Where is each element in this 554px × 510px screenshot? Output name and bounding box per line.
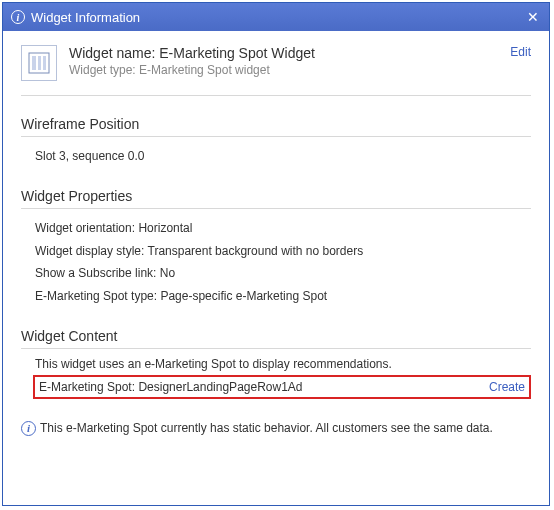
create-link[interactable]: Create <box>489 380 525 394</box>
widget-header: Widget name: E-Marketing Spot Widget Wid… <box>21 45 531 96</box>
widget-name-value: E-Marketing Spot Widget <box>159 45 315 61</box>
widget-type: Widget type: E-Marketing Spot widget <box>69 63 510 77</box>
spot-text: E-Marketing Spot: DesignerLandingPageRow… <box>39 380 489 394</box>
widget-name-label: Widget name: <box>69 45 155 61</box>
svg-rect-2 <box>38 56 41 70</box>
dialog-titlebar: i Widget Information ✕ <box>3 3 549 31</box>
section-wireframe: Wireframe Position Slot 3, sequence 0.0 <box>21 116 531 168</box>
section-content-title: Widget Content <box>21 328 531 349</box>
widget-info-dialog: i Widget Information ✕ Widget name: E-Ma… <box>2 2 550 506</box>
section-properties-body: Widget orientation: Horizontal Widget di… <box>21 217 531 308</box>
widget-icon <box>21 45 57 81</box>
prop-orientation: Widget orientation: Horizontal <box>35 217 531 240</box>
section-content: Widget Content This widget uses an e-Mar… <box>21 328 531 399</box>
section-wireframe-body: Slot 3, sequence 0.0 <box>21 145 531 168</box>
footer-note: i This e-Marketing Spot currently has st… <box>21 421 531 436</box>
info-icon: i <box>21 421 36 436</box>
close-icon[interactable]: ✕ <box>525 9 541 25</box>
widget-header-text: Widget name: E-Marketing Spot Widget Wid… <box>69 45 510 77</box>
prop-spot-type: E-Marketing Spot type: Page-specific e-M… <box>35 285 531 308</box>
emarketing-spot-row: E-Marketing Spot: DesignerLandingPageRow… <box>33 375 531 399</box>
edit-link[interactable]: Edit <box>510 45 531 59</box>
section-properties: Widget Properties Widget orientation: Ho… <box>21 188 531 308</box>
svg-rect-1 <box>32 56 36 70</box>
dialog-title: Widget Information <box>31 10 525 25</box>
spot-value: DesignerLandingPageRow1Ad <box>138 380 302 394</box>
dialog-content: Widget name: E-Marketing Spot Widget Wid… <box>3 31 549 505</box>
wireframe-slot: Slot 3, sequence 0.0 <box>35 145 531 168</box>
prop-display-style: Widget display style: Transparent backgr… <box>35 240 531 263</box>
content-desc: This widget uses an e-Marketing Spot to … <box>21 357 531 371</box>
spot-label: E-Marketing Spot: <box>39 380 135 394</box>
widget-type-label: Widget type: <box>69 63 136 77</box>
widget-type-value: E-Marketing Spot widget <box>139 63 270 77</box>
footer-note-text: This e-Marketing Spot currently has stat… <box>40 421 493 435</box>
section-wireframe-title: Wireframe Position <box>21 116 531 137</box>
svg-rect-3 <box>43 56 46 70</box>
widget-name: Widget name: E-Marketing Spot Widget <box>69 45 510 61</box>
prop-subscribe-link: Show a Subscribe link: No <box>35 262 531 285</box>
info-icon: i <box>11 10 25 24</box>
section-properties-title: Widget Properties <box>21 188 531 209</box>
